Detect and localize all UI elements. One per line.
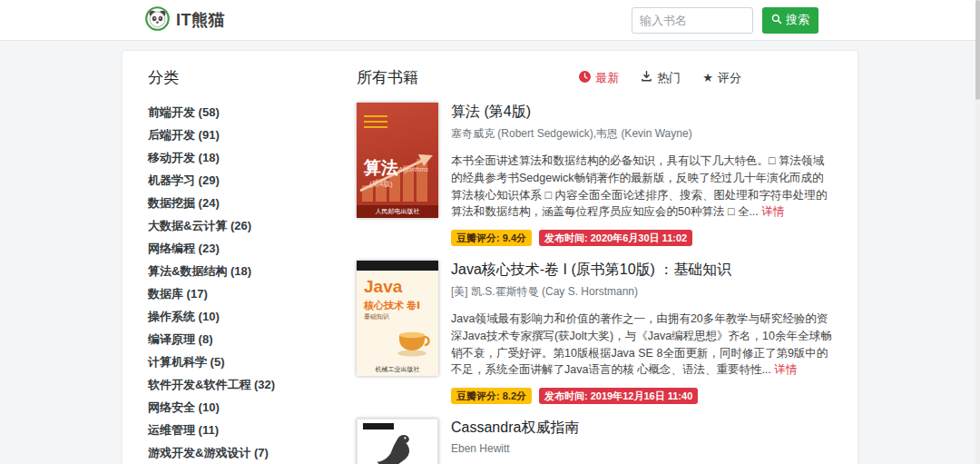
cover-en-title: Algorithms — [398, 166, 428, 173]
cover-subtitle: 核心技术 卷Ⅰ — [364, 299, 420, 312]
sidebar-category-gamedev[interactable]: 游戏开发&游戏设计 (7) — [148, 447, 329, 459]
teacup-graphic — [395, 327, 435, 361]
sidebar-title: 分类 — [148, 67, 329, 88]
sidebar-category-frontend[interactable]: 前端开发 (58) — [148, 106, 329, 118]
sidebar-category-security[interactable]: 网络安全 (10) — [148, 401, 329, 413]
sidebar-category-network-programming[interactable]: 网络编程 (23) — [148, 242, 329, 254]
sidebar-category-bigdata[interactable]: 大数据&云计算 (26) — [148, 220, 329, 232]
sort-hot[interactable]: 热门 — [641, 70, 681, 86]
sidebar-category-software-eng[interactable]: 软件开发&软件工程 (32) — [148, 379, 329, 390]
search-icon — [771, 14, 782, 27]
sidebar-category-ml[interactable]: 机器学习 (29) — [148, 174, 329, 186]
book-row-java-core: Java 核心技术 卷Ⅰ 基础知识 机械工业出版社 Java核心技术-卷 I (… — [357, 261, 832, 404]
cover-decoration — [363, 423, 394, 429]
book-author: [美] 凯.S.霍斯特曼 (Cay S. Horstmann) — [451, 284, 832, 300]
sort-options: 最新 热门 ★ 评分 — [557, 70, 741, 86]
book-title[interactable]: 算法 (第4版) — [451, 103, 832, 122]
cover-title: Java — [364, 277, 402, 297]
content-card: 分类 前端开发 (58) 后端开发 (91) 移动开发 (18) 机器学习 (2… — [122, 50, 858, 464]
cover-decoration — [357, 261, 438, 271]
hot-icon — [641, 71, 652, 85]
book-row-algorithms: 算法 Algorithms (第4版) 人民邮电出版社 算法 (第4版) 塞奇威… — [357, 103, 832, 246]
clock-icon — [579, 71, 591, 85]
search-input[interactable] — [632, 7, 753, 34]
book-list-area: 所有书籍 最新 — [357, 65, 832, 464]
rating-badge: 豆瓣评分: 8.2分 — [451, 388, 532, 404]
detail-link[interactable]: 详情 — [761, 205, 784, 218]
scrollbar-track[interactable] — [975, 0, 980, 464]
category-sidebar: 分类 前端开发 (58) 后端开发 (91) 移动开发 (18) 机器学习 (2… — [148, 65, 329, 464]
sidebar-category-algorithms[interactable]: 算法&数据结构 (18) — [148, 265, 329, 277]
book-title[interactable]: Java核心技术-卷 I (原书第10版) ：基础知识 — [451, 261, 832, 280]
cover-tagline: 基础知识 — [364, 312, 389, 321]
book-title[interactable]: Cassandra权威指南 — [451, 419, 832, 438]
cover-publisher: 人民邮电出版社 — [357, 205, 438, 218]
page-title: 所有书籍 — [357, 67, 418, 88]
sort-newest[interactable]: 最新 — [579, 70, 619, 86]
sidebar-category-compilers[interactable]: 编译原理 (8) — [148, 333, 329, 345]
book-cover-algorithms[interactable]: 算法 Algorithms (第4版) 人民邮电出版社 — [357, 103, 438, 218]
cover-publisher: 机械工业出版社 — [357, 365, 438, 374]
bird-graphic — [372, 430, 423, 464]
search-area: 搜索 — [632, 7, 818, 34]
sidebar-category-cs[interactable]: 计算机科学 (5) — [148, 356, 329, 368]
site-logo[interactable]: IT熊猫 — [145, 6, 225, 35]
book-description: Java领域最有影响力和价值的著作之一，由拥有20多年教学与研究经验的资深Jav… — [451, 311, 832, 379]
book-row-cassandra: Cassandra 权威指南 O'REILLY 人民邮电出版社 Cassandr… — [357, 419, 832, 464]
book-cover-cassandra[interactable]: Cassandra 权威指南 O'REILLY 人民邮电出版社 — [357, 419, 438, 464]
site-title: IT熊猫 — [176, 9, 225, 31]
book-description: 本书全面讲述算法和数据结构的必备知识，具有以下几大特色。□ 算法领域的经典参考书… — [451, 153, 832, 221]
book-author: Eben Hewitt — [451, 442, 832, 455]
star-icon: ★ — [702, 72, 713, 84]
publish-date-badge: 发布时间: 2019年12月16日 11:40 — [539, 388, 698, 404]
search-button[interactable]: 搜索 — [762, 7, 818, 34]
sidebar-category-backend[interactable]: 后端开发 (91) — [148, 129, 329, 141]
sidebar-category-os[interactable]: 操作系统 (10) — [148, 311, 329, 322]
sidebar-category-mobile[interactable]: 移动开发 (18) — [148, 152, 329, 163]
cover-title: 算法 — [364, 156, 398, 180]
book-cover-java-core[interactable]: Java 核心技术 卷Ⅰ 基础知识 机械工业出版社 — [357, 261, 438, 376]
scrollbar-thumb[interactable] — [975, 0, 980, 100]
cover-decoration — [364, 115, 387, 132]
detail-link[interactable]: 详情 — [774, 363, 797, 376]
sidebar-category-database[interactable]: 数据库 (17) — [148, 288, 329, 300]
book-author: 塞奇威克 (Robert Sedgewick),韦恩 (Kevin Wayne) — [451, 126, 832, 142]
sidebar-category-ops[interactable]: 运维管理 (11) — [148, 424, 329, 436]
cover-edition: (第4版) — [369, 179, 393, 189]
publish-date-badge: 发布时间: 2020年6月30日 11:02 — [539, 230, 692, 246]
top-navbar: IT熊猫 搜索 — [0, 0, 980, 41]
panda-logo-icon — [145, 6, 170, 35]
search-button-label: 搜索 — [786, 12, 809, 28]
rating-badge: 豆瓣评分: 9.4分 — [451, 230, 532, 246]
sort-rating[interactable]: ★ 评分 — [702, 70, 741, 86]
sidebar-category-datamining[interactable]: 数据挖掘 (24) — [148, 197, 329, 209]
